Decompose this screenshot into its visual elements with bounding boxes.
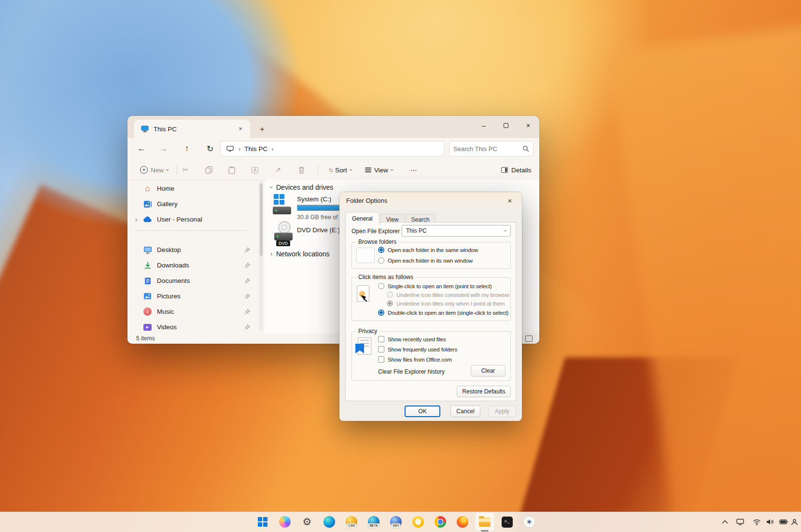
sidebar-item-onedrive[interactable]: › User - Personal [132,212,254,227]
close-button[interactable]: × [517,116,539,135]
forward-button[interactable]: → [155,141,172,156]
minimize-button[interactable]: – [473,116,495,135]
sidebar-scrollbar-thumb[interactable] [260,183,263,256]
sidebar-item-documents[interactable]: Documents [132,273,254,288]
rename-icon[interactable]: A [246,163,264,177]
checkbox-icon[interactable] [378,346,384,352]
taskbar-edge-canary-icon[interactable]: CAN [342,512,361,532]
radio-icon[interactable] [378,283,384,289]
terminal-prompt-icon: >_ [502,517,513,528]
tray-show-hidden-icons-button[interactable] [717,512,732,532]
downloads-icon [143,261,152,270]
taskbar-chatgpt-icon[interactable]: ✳ [520,512,539,532]
explorer-tab[interactable]: This PC × [134,120,250,138]
taskbar-edge-dev-icon[interactable]: DEV [386,512,406,532]
radio-selected-icon[interactable] [378,309,384,316]
sidebar-item-home[interactable]: ⌂ Home [132,181,254,196]
sidebar-item-gallery[interactable]: Gallery [132,196,254,211]
dev-badge: DEV [391,523,400,528]
view-button[interactable]: View › [360,163,398,177]
open-explorer-to-dropdown[interactable]: This PC › [402,225,511,237]
sidebar-item-videos[interactable]: ▶ Videos [132,320,254,335]
ok-button[interactable]: OK [405,406,440,417]
sidebar-item-music[interactable]: ♪ Music [132,304,254,319]
drive-c-name[interactable]: System (C:) [297,196,331,203]
rename-glyph: A [252,167,259,173]
expand-chevron-icon[interactable]: › [135,216,137,223]
dvd-drive-icon[interactable]: DVD [274,221,295,244]
taskbar-copilot-icon[interactable] [275,512,295,532]
tab-general[interactable]: General [345,212,379,225]
tray-monitor-icon[interactable] [733,512,747,532]
radio-icon[interactable] [378,257,384,264]
details-button[interactable]: Details [496,163,536,177]
address-bar[interactable]: › This PC › [220,141,444,156]
copy-icon[interactable] [200,163,217,177]
taskbar-edge-beta-icon[interactable]: BETA [364,512,383,532]
radio-double-click[interactable]: Double-click to open an item (single-cli… [378,309,508,316]
radio-own-window[interactable]: Open each folder in its own window [378,257,473,264]
thumbnail-view-toggle-icon[interactable] [525,336,533,342]
sidebar-item-pictures[interactable]: Pictures [132,289,254,304]
view-icon [365,167,371,173]
gear-icon: ⚙ [303,516,312,528]
taskbar-terminal-icon[interactable]: >_ [497,512,517,532]
tab-close-icon[interactable]: × [236,124,245,134]
collapse-chevron-icon[interactable]: › [268,186,275,188]
drive-c-icon[interactable] [273,194,293,215]
taskbar-chrome-canary-icon[interactable] [408,512,428,532]
disc-icon [278,221,291,234]
checkbox-icon[interactable] [378,336,384,342]
restore-defaults-button[interactable]: Restore Defaults [457,386,511,397]
checkbox-recent-files[interactable]: Show recently used files [378,336,446,342]
cancel-button[interactable]: Cancel [450,406,480,417]
dvd-badge: DVD [276,240,290,246]
tray-people-icon[interactable] [787,512,801,532]
sidebar-divider [135,230,249,231]
taskbar-settings-icon[interactable]: ⚙ [297,512,317,532]
checkbox-frequent-folders[interactable]: Show frequently used folders [378,346,457,352]
taskbar-file-explorer-icon[interactable] [475,512,494,532]
taskbar-edge-icon[interactable] [320,512,339,532]
breadcrumb-this-pc[interactable]: This PC [244,145,267,153]
network-locations-header[interactable]: › Network locations [270,250,330,258]
paste-icon[interactable] [223,163,240,177]
breadcrumb-chevron-icon[interactable]: › [271,145,273,153]
wifi-icon[interactable] [749,512,764,532]
search-box[interactable] [449,141,534,156]
delete-icon[interactable] [293,163,310,177]
start-button[interactable] [253,512,272,532]
sidebar-item-downloads[interactable]: Downloads [132,258,254,273]
desktop-icon [143,245,152,254]
cut-icon[interactable]: ✂ [177,163,194,177]
new-tab-button[interactable]: + [256,124,268,135]
taskbar-chrome-icon[interactable] [431,512,450,532]
taskbar-firefox-icon[interactable] [453,512,472,532]
maximize-button[interactable] [495,116,517,135]
sort-icon: ↑↓ [328,167,332,173]
radio-single-click[interactable]: Single-click to open an item (point to s… [378,283,492,289]
refresh-button[interactable]: ↻ [202,141,218,156]
checkbox-office-files[interactable]: Show files from Office.com [378,356,452,363]
new-label: New [151,167,164,174]
sort-button[interactable]: ↑↓ Sort › [323,163,357,177]
checkbox-icon[interactable] [378,356,384,363]
sidebar-item-desktop[interactable]: Desktop [132,242,254,257]
more-options-button[interactable]: ⋯ [406,163,422,177]
expand-chevron-icon[interactable]: › [270,251,272,257]
volume-icon[interactable] [763,512,777,532]
share-icon[interactable]: ↗ [269,163,287,177]
radio-selected-icon[interactable] [378,247,384,253]
radio-same-window[interactable]: Open each folder in the same window [378,247,478,253]
new-button[interactable]: + New › [135,163,173,177]
clear-button[interactable]: Clear [471,365,506,377]
search-input[interactable] [453,145,522,153]
click-items-group: Click items as follows Single-click to o… [351,277,511,321]
up-button[interactable]: ↑ [179,141,195,156]
dvd-drive-name[interactable]: DVD Drive (E:) [297,226,340,234]
apply-button[interactable]: Apply [488,406,516,417]
back-button[interactable]: ← [133,141,150,156]
dialog-close-icon[interactable]: × [505,196,515,205]
click-items-legend: Click items as follows [356,274,415,280]
devices-and-drives-header[interactable]: › Devices and drives [270,183,333,191]
